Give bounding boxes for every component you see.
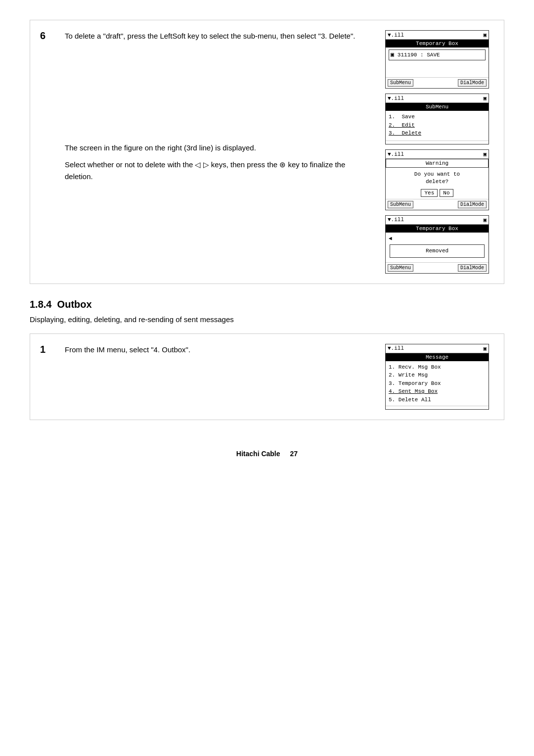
- section-title: 1.8.4 Outbox: [30, 299, 504, 310]
- doc-icon: ▣: [391, 51, 394, 58]
- signal-icon-5: ▼.ill: [388, 345, 404, 351]
- phone-footer-2: [386, 141, 489, 144]
- signal-icon-3: ▼.ill: [388, 151, 404, 157]
- submenu-btn-3[interactable]: SubMenu: [388, 201, 413, 208]
- step-6-row: 6 To delete a "draft", press the LeftSof…: [30, 20, 504, 284]
- phone-status-bar-5: ▼.ill ▣: [386, 344, 489, 353]
- phone-title-4: Temporary Box: [386, 225, 489, 233]
- phone-body-5: 1. Recv. Msg Box 2. Write Msg 3. Tempora…: [386, 361, 489, 406]
- dialmode-btn-1[interactable]: DialMode: [458, 79, 487, 87]
- battery-icon-4: ▣: [483, 217, 487, 223]
- phone-status-bar-2: ▼.ill ▣: [386, 94, 489, 103]
- msg-menu-item-5: 5. Delete All: [389, 396, 486, 404]
- battery-icon-5: ▣: [483, 345, 487, 352]
- phone-body-1: ▣ 311190 : SAVE: [386, 47, 489, 77]
- step-1-text-line: From the IM menu, select "4. Outbox".: [65, 344, 375, 356]
- draft-item-row: ▣ 311190 : SAVE: [389, 49, 486, 60]
- phone-screen-3: ▼.ill ▣ Warning Do you want todelete? Ye…: [385, 149, 489, 210]
- phone-footer-3: SubMenu DialMode: [386, 199, 489, 210]
- phone-screen-5: ▼.ill ▣ Message 1. Recv. Msg Box 2. Writ…: [385, 344, 489, 410]
- dialmode-btn-4[interactable]: DialMode: [458, 264, 487, 272]
- warning-body: Do you want todelete?: [386, 168, 489, 189]
- phone-status-bar-3: ▼.ill ▣: [386, 150, 489, 159]
- yes-button[interactable]: Yes: [421, 189, 438, 197]
- yes-no-buttons: Yes No: [386, 189, 489, 197]
- footer-page-number: 27: [290, 450, 298, 458]
- step-6-screens: ▼.ill ▣ Temporary Box ▣ 311190 : SAVE Su…: [385, 30, 494, 274]
- step-1-text: From the IM menu, select "4. Outbox".: [65, 344, 375, 410]
- submenu-btn-4[interactable]: SubMenu: [388, 264, 413, 272]
- battery-icon-2: ▣: [483, 95, 487, 101]
- step-1-number: 1: [40, 344, 55, 410]
- step-6-text-line3: Select whether or not to delete with the…: [65, 159, 375, 183]
- warning-title: Warning: [386, 159, 489, 168]
- signal-icon-4: ▼.ill: [388, 217, 404, 223]
- step-1-row: 1 From the IM menu, select "4. Outbox". …: [30, 333, 504, 421]
- no-button[interactable]: No: [440, 189, 453, 197]
- menu-item-save: 1. Save: [389, 113, 486, 121]
- phone-body-2: 1. Save 2. Edit 3. Delete: [386, 111, 489, 141]
- left-arrow-indicator: ◀: [389, 235, 486, 243]
- footer-brand: Hitachi Cable: [236, 450, 280, 458]
- phone-title-2: SubMenu: [386, 103, 489, 111]
- step-6-text: To delete a "draft", press the LeftSoft …: [65, 30, 375, 274]
- phone-screen-2: ▼.ill ▣ SubMenu 1. Save 2. Edit 3. Delet…: [385, 94, 489, 144]
- step-6-text-line1: To delete a "draft", press the LeftSoft …: [65, 30, 375, 42]
- menu-item-edit: 2. Edit: [389, 121, 486, 130]
- step-1-screens: ▼.ill ▣ Message 1. Recv. Msg Box 2. Writ…: [385, 344, 494, 410]
- phone-screen-4: ▼.ill ▣ Temporary Box ◀ Removed SubMenu …: [385, 215, 489, 274]
- phone-body-4: ◀ Removed: [386, 233, 489, 262]
- msg-menu-item-2: 2. Write Msg: [389, 371, 486, 379]
- section-header: 1.8.4 Outbox Displaying, editing, deleti…: [30, 299, 504, 324]
- page-footer: Hitachi Cable 27: [30, 450, 504, 458]
- battery-icon-1: ▣: [483, 32, 487, 38]
- dialmode-btn-3[interactable]: DialMode: [458, 201, 487, 208]
- phone-title-5: Message: [386, 353, 489, 361]
- msg-menu-item-1: 1. Recv. Msg Box: [389, 363, 486, 372]
- phone-status-bar-1: ▼.ill ▣: [386, 31, 489, 40]
- msg-menu-item-3: 3. Temporary Box: [389, 379, 486, 388]
- phone-footer-4: SubMenu DialMode: [386, 262, 489, 273]
- step-6-number: 6: [40, 30, 55, 274]
- menu-item-delete: 3. Delete: [389, 129, 486, 138]
- phone-title-1: Temporary Box: [386, 40, 489, 47]
- phone-status-bar-4: ▼.ill ▣: [386, 216, 489, 225]
- section-title-text: Outbox: [57, 299, 92, 310]
- signal-icon-1: ▼.ill: [388, 32, 404, 38]
- step-6-text-line2: The screen in the figure on the right (3…: [65, 142, 375, 154]
- removed-text: Removed: [390, 244, 485, 258]
- section-number: 1.8.4: [30, 299, 51, 310]
- submenu-btn-1[interactable]: SubMenu: [388, 79, 413, 87]
- signal-icon-2: ▼.ill: [388, 95, 404, 101]
- msg-menu-item-4: 4. Sent Msg Box: [389, 387, 486, 396]
- page-content: 6 To delete a "draft", press the LeftSof…: [30, 20, 504, 458]
- phone-footer-5: [386, 406, 489, 409]
- phone-screen-1: ▼.ill ▣ Temporary Box ▣ 311190 : SAVE Su…: [385, 30, 489, 89]
- phone-footer-1: SubMenu DialMode: [386, 77, 489, 88]
- battery-icon-3: ▣: [483, 151, 487, 157]
- section-description: Displaying, editing, deleting, and re-se…: [30, 315, 504, 324]
